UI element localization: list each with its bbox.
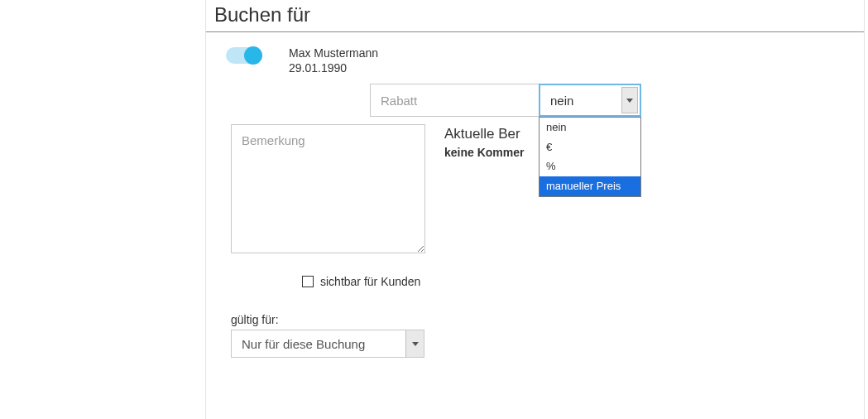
rabatt-option-percent[interactable]: % bbox=[540, 157, 640, 176]
bemerkung-textarea[interactable] bbox=[231, 124, 425, 253]
gueltig-label: gültig für: bbox=[231, 313, 279, 326]
visible-for-customers-checkbox[interactable] bbox=[302, 276, 314, 287]
rabatt-select-chevron-button[interactable] bbox=[621, 87, 638, 113]
aktuelle-none-text: keine Kommer bbox=[444, 146, 524, 159]
aktuelle-bemerkungen: Aktuelle Ber keine Kommer bbox=[444, 126, 524, 159]
visible-for-customers-label: sichtbar für Kunden bbox=[320, 275, 420, 288]
customer-dob: 29.01.1990 bbox=[289, 60, 378, 75]
section-title: Buchen für bbox=[206, 0, 864, 32]
booking-panel: Buchen für Max Mustermann 29.01.1990 nei… bbox=[205, 0, 865, 419]
customer-info: Max Mustermann 29.01.1990 bbox=[289, 46, 378, 75]
rabatt-option-euro[interactable]: € bbox=[540, 137, 640, 157]
chevron-down-icon bbox=[626, 99, 633, 103]
rabatt-option-nein[interactable]: nein bbox=[540, 118, 640, 137]
gueltig-select-chevron-button[interactable] bbox=[405, 330, 424, 357]
chevron-down-icon bbox=[412, 342, 419, 346]
visible-for-customers-row: sichtbar für Kunden bbox=[302, 275, 420, 288]
toggle-knob bbox=[244, 46, 262, 65]
gueltig-select[interactable]: Nur für diese Buchung bbox=[231, 330, 424, 358]
rabatt-dropdown: nein € % manueller Preis bbox=[539, 117, 641, 196]
aktuelle-heading: Aktuelle Ber bbox=[444, 126, 520, 142]
customer-name: Max Mustermann bbox=[289, 46, 378, 60]
rabatt-input[interactable] bbox=[370, 84, 539, 117]
rabatt-select-value: nein bbox=[550, 94, 573, 108]
customer-row: Max Mustermann 29.01.1990 bbox=[206, 32, 864, 75]
rabatt-option-manueller-preis[interactable]: manueller Preis bbox=[540, 176, 640, 196]
rabatt-select-display[interactable]: nein bbox=[539, 84, 641, 117]
gueltig-select-value: Nur für diese Buchung bbox=[242, 337, 365, 351]
rabatt-select[interactable]: nein bbox=[539, 84, 641, 117]
customer-toggle[interactable] bbox=[226, 47, 262, 64]
